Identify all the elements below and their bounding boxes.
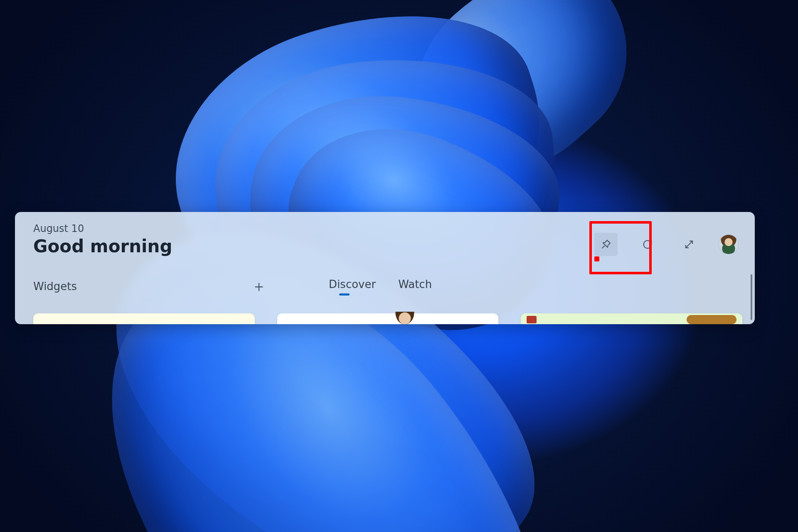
card-strip bbox=[33, 313, 742, 324]
user-avatar[interactable] bbox=[719, 235, 738, 254]
expand-button[interactable] bbox=[677, 233, 701, 256]
expand-icon bbox=[683, 239, 695, 250]
panel-header: August 10 Good morning bbox=[15, 212, 755, 274]
desktop-background: August 10 Good morning bbox=[0, 0, 798, 532]
tab-row: Widgets + Discover Watch bbox=[15, 274, 755, 298]
feed-card-image bbox=[392, 312, 417, 324]
panel-scrollbar[interactable] bbox=[751, 274, 752, 320]
widget-card[interactable] bbox=[33, 313, 255, 324]
header-actions bbox=[594, 233, 738, 256]
refresh-button[interactable] bbox=[636, 233, 659, 256]
pin-icon bbox=[600, 239, 612, 250]
refresh-icon bbox=[642, 239, 653, 250]
add-widget-button[interactable]: + bbox=[251, 279, 266, 294]
widgets-panel: August 10 Good morning bbox=[15, 212, 755, 324]
feed-card[interactable] bbox=[277, 313, 499, 324]
widgets-section-label: Widgets bbox=[33, 280, 77, 293]
tab-discover[interactable]: Discover bbox=[329, 278, 376, 295]
tab-watch[interactable]: Watch bbox=[398, 278, 432, 295]
feed-card[interactable] bbox=[521, 313, 742, 324]
pin-button[interactable] bbox=[594, 233, 618, 256]
annotation-highlight bbox=[594, 256, 599, 261]
feed-tabs: Discover Watch bbox=[329, 278, 432, 295]
